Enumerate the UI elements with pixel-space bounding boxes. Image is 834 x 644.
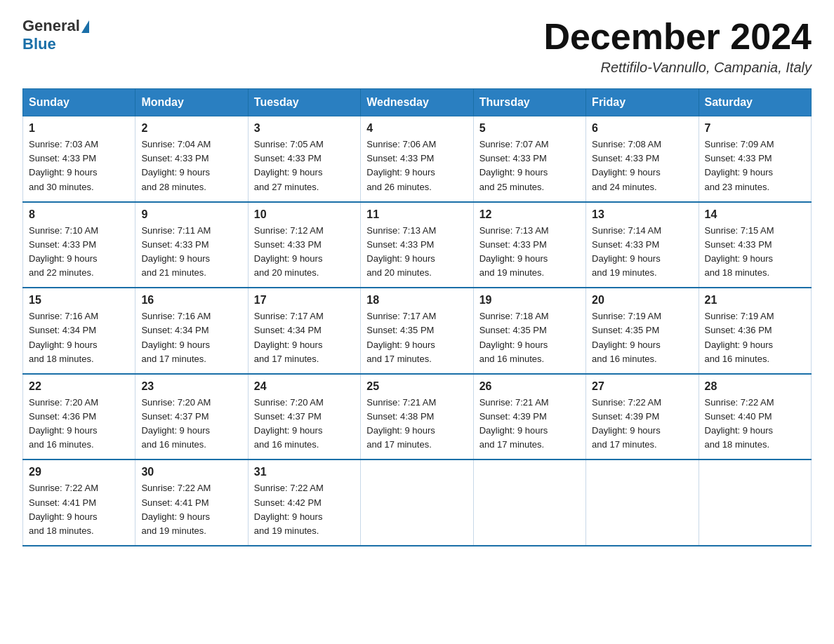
day-info: Sunrise: 7:20 AMSunset: 4:37 PMDaylight:… (254, 396, 355, 452)
day-number: 6 (592, 122, 692, 135)
day-number: 29 (29, 466, 129, 478)
day-info: Sunrise: 7:12 AMSunset: 4:33 PMDaylight:… (254, 224, 355, 281)
day-info: Sunrise: 7:22 AMSunset: 4:41 PMDaylight:… (141, 481, 241, 538)
day-info: Sunrise: 7:08 AMSunset: 4:33 PMDaylight:… (592, 137, 692, 194)
logo-text-general: General (22, 17, 80, 35)
calendar-day-cell: 1 Sunrise: 7:03 AMSunset: 4:33 PMDayligh… (23, 116, 135, 202)
weekday-header-thursday: Thursday (473, 89, 585, 116)
calendar-day-cell: 19 Sunrise: 7:18 AMSunset: 4:35 PMDaylig… (473, 288, 585, 374)
day-number: 19 (479, 294, 580, 307)
calendar-day-cell: 17 Sunrise: 7:17 AMSunset: 4:34 PMDaylig… (248, 288, 360, 374)
day-info: Sunrise: 7:07 AMSunset: 4:33 PMDaylight:… (479, 137, 580, 194)
calendar-day-cell: 8 Sunrise: 7:10 AMSunset: 4:33 PMDayligh… (23, 202, 135, 288)
calendar-table: SundayMondayTuesdayWednesdayThursdayFrid… (22, 88, 812, 546)
day-info: Sunrise: 7:17 AMSunset: 4:35 PMDaylight:… (366, 309, 467, 366)
calendar-day-cell: 5 Sunrise: 7:07 AMSunset: 4:33 PMDayligh… (473, 116, 585, 202)
day-info: Sunrise: 7:22 AMSunset: 4:41 PMDaylight:… (29, 481, 129, 538)
day-number: 22 (29, 380, 129, 393)
day-number: 17 (254, 294, 355, 307)
logo-text-blue: Blue (22, 35, 89, 53)
day-number: 2 (141, 122, 241, 135)
day-number: 7 (705, 122, 805, 135)
day-number: 11 (366, 208, 467, 221)
calendar-day-cell: 22 Sunrise: 7:20 AMSunset: 4:36 PMDaylig… (23, 374, 135, 460)
page-header: General Blue December 2024 Rettifilo-Van… (22, 17, 812, 76)
day-number: 13 (592, 208, 692, 221)
day-info: Sunrise: 7:22 AMSunset: 4:40 PMDaylight:… (705, 396, 805, 452)
day-number: 20 (592, 294, 692, 307)
calendar-day-cell: 3 Sunrise: 7:05 AMSunset: 4:33 PMDayligh… (248, 116, 360, 202)
calendar-week-row: 1 Sunrise: 7:03 AMSunset: 4:33 PMDayligh… (23, 116, 812, 202)
day-info: Sunrise: 7:13 AMSunset: 4:33 PMDaylight:… (366, 224, 467, 281)
calendar-week-row: 29 Sunrise: 7:22 AMSunset: 4:41 PMDaylig… (23, 459, 812, 546)
day-number: 31 (254, 466, 355, 478)
weekday-header-saturday: Saturday (699, 89, 811, 116)
day-number: 4 (366, 122, 467, 135)
day-info: Sunrise: 7:10 AMSunset: 4:33 PMDaylight:… (29, 224, 129, 281)
day-number: 15 (29, 294, 129, 307)
day-number: 1 (29, 122, 129, 135)
day-number: 24 (254, 380, 355, 393)
day-info: Sunrise: 7:05 AMSunset: 4:33 PMDaylight:… (254, 137, 355, 194)
day-info: Sunrise: 7:18 AMSunset: 4:35 PMDaylight:… (479, 309, 580, 366)
calendar-week-row: 22 Sunrise: 7:20 AMSunset: 4:36 PMDaylig… (23, 374, 812, 460)
day-info: Sunrise: 7:21 AMSunset: 4:38 PMDaylight:… (366, 396, 467, 452)
day-number: 25 (366, 380, 467, 393)
calendar-day-cell: 29 Sunrise: 7:22 AMSunset: 4:41 PMDaylig… (23, 459, 135, 546)
calendar-day-cell: 10 Sunrise: 7:12 AMSunset: 4:33 PMDaylig… (248, 202, 360, 288)
calendar-empty-cell (473, 459, 585, 546)
day-number: 21 (705, 294, 805, 307)
calendar-day-cell: 24 Sunrise: 7:20 AMSunset: 4:37 PMDaylig… (248, 374, 360, 460)
day-info: Sunrise: 7:21 AMSunset: 4:39 PMDaylight:… (479, 396, 580, 452)
calendar-day-cell: 15 Sunrise: 7:16 AMSunset: 4:34 PMDaylig… (23, 288, 135, 374)
calendar-day-cell: 13 Sunrise: 7:14 AMSunset: 4:33 PMDaylig… (586, 202, 699, 288)
day-number: 9 (141, 208, 241, 221)
weekday-header-wednesday: Wednesday (361, 89, 473, 116)
calendar-day-cell: 21 Sunrise: 7:19 AMSunset: 4:36 PMDaylig… (699, 288, 811, 374)
weekday-header-friday: Friday (586, 89, 699, 116)
calendar-day-cell: 7 Sunrise: 7:09 AMSunset: 4:33 PMDayligh… (699, 116, 811, 202)
calendar-empty-cell (361, 459, 473, 546)
logo-triangle-icon (81, 20, 89, 33)
day-number: 8 (29, 208, 129, 221)
day-info: Sunrise: 7:17 AMSunset: 4:34 PMDaylight:… (254, 309, 355, 366)
calendar-day-cell: 16 Sunrise: 7:16 AMSunset: 4:34 PMDaylig… (135, 288, 248, 374)
calendar-location: Rettifilo-Vannullo, Campania, Italy (543, 60, 812, 76)
day-info: Sunrise: 7:20 AMSunset: 4:37 PMDaylight:… (141, 396, 241, 452)
day-number: 28 (705, 380, 805, 393)
day-number: 30 (141, 466, 241, 478)
day-info: Sunrise: 7:04 AMSunset: 4:33 PMDaylight:… (141, 137, 241, 194)
day-info: Sunrise: 7:20 AMSunset: 4:36 PMDaylight:… (29, 396, 129, 452)
weekday-header-monday: Monday (135, 89, 248, 116)
day-info: Sunrise: 7:09 AMSunset: 4:33 PMDaylight:… (705, 137, 805, 194)
logo: General Blue (22, 17, 89, 53)
calendar-empty-cell (699, 459, 811, 546)
day-info: Sunrise: 7:13 AMSunset: 4:33 PMDaylight:… (479, 224, 580, 281)
day-info: Sunrise: 7:19 AMSunset: 4:35 PMDaylight:… (592, 309, 692, 366)
calendar-day-cell: 23 Sunrise: 7:20 AMSunset: 4:37 PMDaylig… (135, 374, 248, 460)
day-info: Sunrise: 7:22 AMSunset: 4:42 PMDaylight:… (254, 481, 355, 538)
calendar-day-cell: 20 Sunrise: 7:19 AMSunset: 4:35 PMDaylig… (586, 288, 699, 374)
title-block: December 2024 Rettifilo-Vannullo, Campan… (543, 17, 812, 76)
day-number: 26 (479, 380, 580, 393)
calendar-day-cell: 2 Sunrise: 7:04 AMSunset: 4:33 PMDayligh… (135, 116, 248, 202)
day-number: 23 (141, 380, 241, 393)
weekday-header-row: SundayMondayTuesdayWednesdayThursdayFrid… (23, 89, 812, 116)
calendar-day-cell: 14 Sunrise: 7:15 AMSunset: 4:33 PMDaylig… (699, 202, 811, 288)
calendar-title: December 2024 (543, 17, 812, 57)
weekday-header-sunday: Sunday (23, 89, 135, 116)
calendar-day-cell: 25 Sunrise: 7:21 AMSunset: 4:38 PMDaylig… (361, 374, 473, 460)
day-info: Sunrise: 7:03 AMSunset: 4:33 PMDaylight:… (29, 137, 129, 194)
day-number: 3 (254, 122, 355, 135)
day-info: Sunrise: 7:11 AMSunset: 4:33 PMDaylight:… (141, 224, 241, 281)
day-info: Sunrise: 7:16 AMSunset: 4:34 PMDaylight:… (29, 309, 129, 366)
calendar-day-cell: 12 Sunrise: 7:13 AMSunset: 4:33 PMDaylig… (473, 202, 585, 288)
calendar-day-cell: 28 Sunrise: 7:22 AMSunset: 4:40 PMDaylig… (699, 374, 811, 460)
calendar-day-cell: 18 Sunrise: 7:17 AMSunset: 4:35 PMDaylig… (361, 288, 473, 374)
calendar-day-cell: 4 Sunrise: 7:06 AMSunset: 4:33 PMDayligh… (361, 116, 473, 202)
calendar-week-row: 15 Sunrise: 7:16 AMSunset: 4:34 PMDaylig… (23, 288, 812, 374)
calendar-day-cell: 11 Sunrise: 7:13 AMSunset: 4:33 PMDaylig… (361, 202, 473, 288)
calendar-day-cell: 6 Sunrise: 7:08 AMSunset: 4:33 PMDayligh… (586, 116, 699, 202)
day-info: Sunrise: 7:22 AMSunset: 4:39 PMDaylight:… (592, 396, 692, 452)
day-info: Sunrise: 7:06 AMSunset: 4:33 PMDaylight:… (366, 137, 467, 194)
